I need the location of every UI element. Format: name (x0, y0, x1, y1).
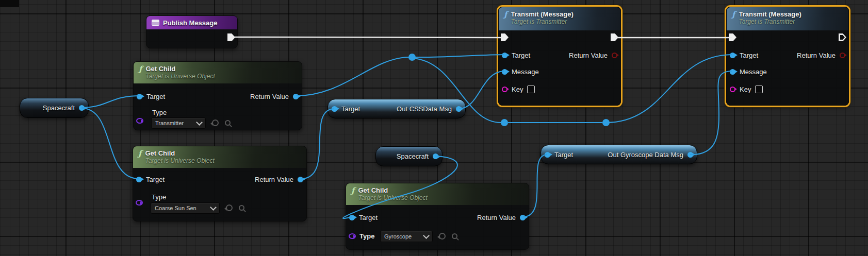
return-value-output-pin[interactable] (293, 94, 299, 99)
reroute-node[interactable] (408, 54, 416, 61)
node-get-child-transmitter[interactable]: ƒ Get Child Target is Universe Object Ta… (133, 61, 302, 130)
node-header[interactable]: ƒ Get Child Target is Universe Object (346, 183, 529, 205)
node-transmit-message-2[interactable]: ƒ Transmit (Message) Target is Transmitt… (726, 7, 849, 106)
wire-spacecraft1-to-getchild2[interactable] (81, 108, 139, 179)
reset-icon[interactable] (212, 120, 219, 126)
type-dropdown[interactable]: Gyroscope (380, 231, 433, 242)
pin-label: Message (512, 68, 539, 76)
exec-output-pin[interactable] (839, 33, 846, 41)
chevron-down-icon (423, 232, 430, 239)
function-icon: ƒ (138, 149, 141, 158)
exec-input-pin[interactable] (729, 33, 736, 41)
return-value-output-pin[interactable] (298, 177, 303, 182)
wire-exec-publish-to-transmit1[interactable] (232, 37, 504, 38)
node-spacecraft-variable-1[interactable]: Spacecraft (20, 98, 89, 118)
type-dropdown-value: Transmitter (155, 120, 184, 126)
target-input-pin[interactable] (349, 215, 355, 220)
node-get-child-coarse-sun-sensor[interactable]: ƒ Get Child Target is Universe Object Ta… (133, 146, 307, 221)
reroute-node[interactable] (602, 119, 610, 126)
pin-label: Return Value (797, 52, 836, 59)
key-input-pin[interactable] (502, 87, 507, 92)
wire-cssdata-to-transmit1-message[interactable] (459, 71, 504, 109)
search-icon[interactable] (225, 120, 231, 126)
exec-output-pin[interactable] (611, 33, 618, 41)
node-title: Get Child (145, 149, 214, 157)
pin-label: Type (152, 109, 167, 116)
key-checkbox[interactable] (527, 86, 535, 93)
pin-label: Target (146, 176, 165, 183)
message-input-pin[interactable] (730, 69, 735, 75)
reroute-node[interactable] (501, 119, 508, 126)
pin-label: Target (512, 52, 530, 59)
node-subtitle: Target is Universe Object (145, 73, 215, 80)
wire-gyrodata-to-transmit2-message[interactable] (690, 71, 732, 155)
exec-input-pin[interactable] (501, 33, 509, 41)
value-output-pin[interactable] (79, 105, 85, 111)
node-get-child-gyroscope[interactable]: ƒ Get Child Target is Universe Object Ta… (346, 183, 529, 250)
pin-label: Out CSSData Msg (397, 105, 452, 113)
node-header[interactable]: ƒ Get Child Target is Universe Object (133, 146, 306, 168)
wire-spacecraft1-to-getchild1[interactable] (81, 96, 139, 108)
message-input-pin[interactable] (502, 69, 507, 75)
top-left-black-patch (0, 0, 19, 7)
target-input-pin[interactable] (502, 53, 507, 58)
exec-output-pin[interactable] (227, 33, 235, 41)
type-input-pin[interactable] (349, 233, 356, 239)
type-dropdown[interactable]: Transmitter (151, 117, 206, 129)
node-subtitle: Target is Universe Object (358, 194, 427, 202)
node-publish-message[interactable]: Publish Message (146, 15, 238, 48)
out-gyroscope-data-msg-output-pin[interactable] (687, 152, 693, 158)
type-input-pin[interactable] (136, 200, 143, 206)
pin-label: Target (554, 151, 573, 159)
target-input-pin[interactable] (137, 94, 142, 99)
node-transmit-message-1[interactable]: ƒ Transmit (Message) Target is Transmitt… (498, 7, 621, 106)
reset-icon[interactable] (226, 204, 233, 211)
out-cssdata-msg-output-pin[interactable] (456, 106, 462, 112)
blueprint-canvas[interactable]: Publish Message ƒ Get Child Target is Un… (0, 0, 868, 256)
wire-getchild1-to-reroute1[interactable] (296, 57, 409, 96)
search-icon[interactable] (239, 205, 244, 211)
node-header[interactable]: ƒ Get Child Target is Universe Object (134, 62, 302, 83)
wire-reroute3-to-transmit2-target[interactable] (606, 55, 732, 123)
target-input-pin[interactable] (730, 53, 735, 58)
node-out-cssdata-msg[interactable]: Target Out CSSData Msg (327, 99, 466, 118)
pin-label: Message (740, 68, 767, 76)
node-subtitle: Target is Universe Object (145, 157, 214, 165)
pin-label: Target (740, 52, 758, 59)
function-icon: ƒ (732, 10, 735, 19)
node-title: Publish Message (163, 19, 217, 27)
target-input-pin[interactable] (136, 177, 142, 182)
return-value-output-pin[interactable] (612, 53, 617, 58)
type-dropdown-value: Coarse Sun Sen (155, 205, 196, 211)
node-header[interactable]: ƒ Transmit (Message) Target is Transmitt… (499, 7, 620, 30)
chevron-down-icon (210, 204, 217, 211)
return-value-output-pin[interactable] (840, 53, 845, 58)
return-value-output-pin[interactable] (520, 215, 526, 220)
key-checkbox[interactable] (755, 86, 763, 93)
reset-icon[interactable] (439, 233, 446, 240)
pin-label: Return Value (255, 176, 293, 183)
variable-label: Spacecraft (397, 152, 429, 160)
pin-label: Key (740, 86, 751, 93)
key-input-pin[interactable] (730, 87, 735, 92)
node-header[interactable]: Publish Message (146, 16, 237, 29)
target-input-pin[interactable] (545, 152, 550, 158)
type-dropdown[interactable]: Coarse Sun Sen (151, 202, 220, 214)
pin-label: Out Gyroscope Data Msg (608, 151, 683, 159)
node-title: Transmit (Message) (739, 10, 801, 18)
value-output-pin[interactable] (433, 153, 438, 159)
variable-label: Spacecraft (43, 104, 75, 112)
pin-label: Type (152, 193, 166, 201)
type-input-pin[interactable] (136, 118, 143, 124)
node-spacecraft-variable-2[interactable]: Spacecraft (375, 146, 443, 166)
node-header[interactable]: ƒ Transmit (Message) Target is Transmitt… (727, 7, 848, 30)
pin-label: Target (341, 105, 360, 113)
pin-label: Key (512, 86, 523, 93)
target-input-pin[interactable] (332, 106, 337, 112)
node-out-gyroscope-data-msg[interactable]: Target Out Gyroscope Data Msg (541, 145, 697, 164)
node-subtitle: Target is Transmitter (511, 18, 573, 26)
pin-label: Return Value (477, 214, 516, 221)
wire-reroute1-to-transmit1-target[interactable] (413, 55, 504, 57)
pin-label: Target (146, 93, 165, 100)
search-icon[interactable] (452, 233, 457, 239)
